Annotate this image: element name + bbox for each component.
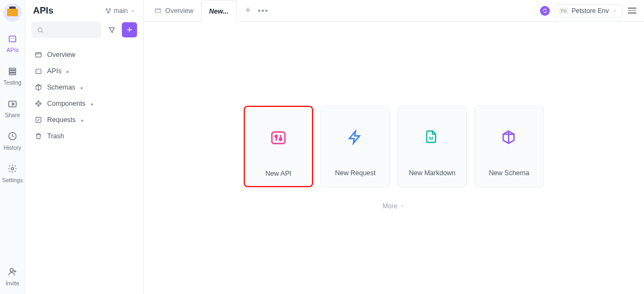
more-button[interactable]: More [382,202,405,210]
rail-item-share[interactable]: Share [5,98,20,118]
svg-rect-12 [36,53,42,57]
overview-tab-icon [154,7,162,15]
tree-item-requests[interactable]: Requests ▸ [30,112,139,128]
rail-item-invite[interactable]: Invite [5,266,19,286]
rail-label-testing: Testing [3,79,21,86]
branch-selector[interactable]: main [105,7,135,15]
icon-rail: APIs Testing Share History Settings [0,0,25,294]
requests-icon [34,116,43,124]
overview-icon [34,50,43,59]
rail-label-history: History [4,144,22,151]
tree-label: Overview [47,51,75,59]
chevron-right-icon: ▸ [91,101,94,107]
plus-icon: + [245,5,251,16]
tree-label: Schemas [47,84,75,91]
main-area: Overview New... + ••• Pe Petstore Env [144,0,644,294]
tabs-bar: Overview New... + ••• Pe Petstore Env [144,0,644,22]
rail-label-invite: Invite [5,280,19,286]
card-grid: New API New Request M [244,106,544,187]
testing-icon [6,65,18,77]
add-button[interactable]: + [122,22,137,37]
schema-card-icon [500,129,518,146]
rail-label-settings: Settings [2,177,23,183]
rail-label-apis: APIs [6,47,18,53]
chevron-down-icon [612,8,617,14]
rail-item-testing[interactable]: Testing [3,65,21,86]
sidebar-title: APIs [33,5,54,16]
card-new-request[interactable]: New Request [321,106,390,187]
tab-label: New... [209,8,229,15]
content-area: New API New Request M [144,22,644,294]
history-icon [6,130,18,142]
env-badge: Pe [559,8,568,14]
svg-point-9 [109,9,111,10]
svg-rect-2 [9,71,16,72]
svg-rect-16 [272,132,285,143]
sync-icon [542,8,548,14]
tree-item-apis[interactable]: APIs ▸ [30,63,139,79]
tree-item-components[interactable]: Components ▸ [30,95,139,112]
tree-label: Components [47,100,86,107]
svg-point-18 [279,138,282,140]
tree-label: Requests [47,116,76,124]
search-input[interactable] [47,26,96,34]
rail-label-share: Share [5,112,20,118]
svg-rect-3 [9,73,16,75]
rail-item-apis[interactable]: APIs [6,33,18,53]
menu-button[interactable] [627,5,638,16]
svg-rect-15 [155,8,161,12]
env-label: Petstore Env [571,7,609,15]
rail-item-history[interactable]: History [4,130,22,151]
hamburger-icon [628,8,636,9]
env-icon-circle[interactable] [540,6,550,16]
components-icon [34,99,43,108]
svg-rect-0 [9,36,16,42]
filter-button[interactable] [105,22,119,38]
chevron-right-icon: ▸ [67,68,69,74]
tree-label: Trash [47,132,64,140]
svg-point-8 [106,9,108,10]
more-horizontal-icon: ••• [258,6,269,16]
tab-overview[interactable]: Overview [147,0,201,22]
tree-item-schemas[interactable]: Schemas ▸ [30,79,139,95]
share-icon [6,98,18,110]
card-label: New Schema [489,169,529,187]
card-new-schema[interactable]: New Schema [474,106,544,187]
tree-item-trash[interactable]: Trash [30,128,139,144]
branch-icon [105,8,112,14]
svg-point-17 [275,135,277,137]
workspace-logo[interactable] [3,3,22,22]
card-label: New Request [335,169,375,187]
apis-tree-icon [34,67,43,75]
invite-icon [6,266,18,278]
svg-point-11 [38,28,42,32]
svg-rect-13 [36,69,41,74]
tree-item-overview[interactable]: Overview [30,47,139,63]
svg-point-7 [10,269,13,272]
chevron-down-icon [400,203,405,209]
markdown-card-icon: M [424,129,441,146]
environment-selector[interactable]: Pe Petstore Env [554,4,622,17]
tab-more-button[interactable]: ••• [256,4,270,18]
branch-label: main [114,7,128,15]
search-icon [37,27,44,34]
svg-point-10 [108,12,109,14]
tab-new[interactable]: New... [201,0,237,22]
chevron-right-icon: ▸ [81,117,84,123]
rail-item-settings[interactable]: Settings [2,163,23,183]
search-input-wrapper[interactable] [31,22,101,38]
chevron-right-icon: ▸ [81,85,83,91]
briefcase-icon [7,9,18,16]
schemas-icon [34,83,43,92]
card-label: New API [265,170,291,187]
card-new-markdown[interactable]: M New Markdown [398,106,467,187]
chevron-down-icon [130,8,135,14]
settings-icon [6,163,18,175]
card-new-api[interactable]: New API [244,106,313,187]
card-label: New Markdown [409,169,456,187]
api-card-icon [270,129,287,146]
trash-icon [34,132,43,140]
filter-icon [108,26,116,34]
more-label: More [382,202,397,210]
add-tab-button[interactable]: + [241,4,255,18]
